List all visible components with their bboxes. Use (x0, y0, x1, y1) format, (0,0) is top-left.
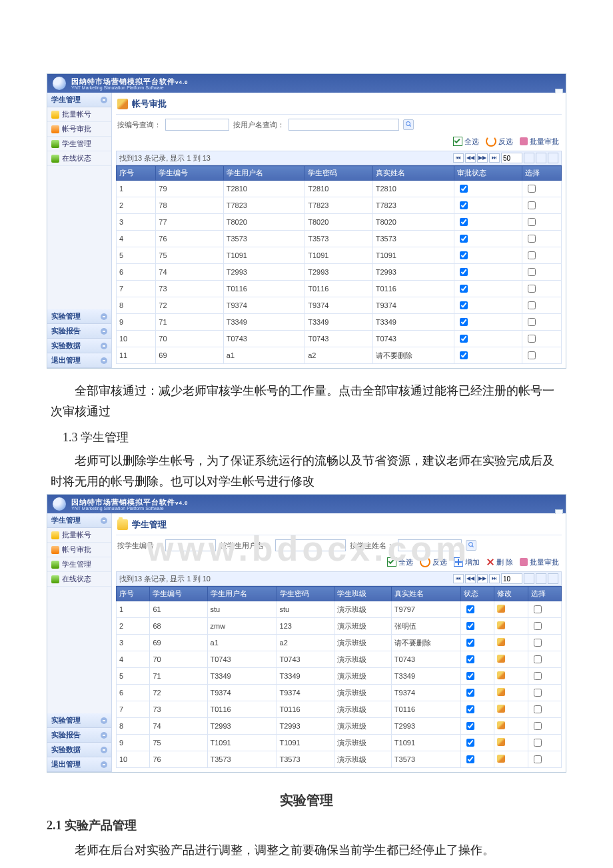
status-checkbox[interactable] (466, 655, 474, 663)
page-next-button[interactable]: ▶▶ (477, 574, 488, 583)
sidebar-item[interactable]: 批量帐号 (47, 107, 111, 122)
status-checkbox[interactable] (466, 755, 474, 763)
sidebar-group[interactable]: 实验数据 (47, 743, 111, 757)
expand-icon[interactable] (101, 717, 107, 724)
edit-icon[interactable] (497, 688, 505, 696)
sidebar-item[interactable]: 在线状态 (47, 151, 111, 166)
column-header[interactable]: 审批状态 (454, 166, 522, 181)
sidebar-item[interactable]: 帐号审批 (47, 543, 111, 557)
approved-checkbox[interactable] (460, 218, 468, 226)
edit-icon[interactable] (497, 721, 505, 729)
page-last-button[interactable]: ⏭ (489, 153, 500, 163)
status-checkbox[interactable] (466, 722, 474, 730)
page-go-icon[interactable] (524, 153, 534, 163)
select-row-checkbox[interactable] (534, 655, 542, 663)
approved-checkbox[interactable] (460, 285, 468, 293)
column-header[interactable]: 学生编号 (156, 166, 223, 181)
select-all-button[interactable]: 全选 (453, 137, 479, 147)
expand-icon[interactable] (101, 732, 107, 739)
select-row-checkbox[interactable] (528, 268, 536, 276)
status-checkbox[interactable] (466, 622, 474, 630)
select-row-checkbox[interactable] (528, 285, 536, 293)
select-all-button[interactable]: 全选 (387, 557, 413, 567)
search-id-input[interactable] (165, 119, 229, 131)
export-icon[interactable] (548, 153, 558, 163)
approved-checkbox[interactable] (460, 301, 468, 309)
sidebar-item[interactable]: 批量帐号 (47, 528, 111, 543)
page-prev-button[interactable]: ◀◀ (465, 153, 476, 163)
status-checkbox[interactable] (466, 689, 474, 697)
invert-selection-button[interactable]: 反选 (420, 557, 447, 567)
select-row-checkbox[interactable] (534, 689, 542, 697)
status-checkbox[interactable] (466, 639, 474, 647)
sidebar-group[interactable]: 退出管理 (47, 353, 111, 368)
page-first-button[interactable]: ⏮ (453, 153, 464, 163)
expand-icon[interactable] (101, 343, 107, 349)
sidebar-item[interactable]: 帐号审批 (47, 122, 111, 137)
expand-icon[interactable] (101, 328, 107, 335)
select-row-checkbox[interactable] (534, 705, 542, 713)
column-header[interactable]: 序号 (117, 166, 156, 181)
column-header[interactable]: 真实姓名 (372, 166, 454, 181)
invert-selection-button[interactable]: 反选 (486, 136, 513, 147)
print-icon[interactable] (536, 573, 546, 584)
edit-icon[interactable] (497, 605, 505, 613)
sidebar-group-student[interactable]: 学生管理 (47, 513, 111, 528)
select-row-checkbox[interactable] (534, 672, 542, 680)
edit-icon[interactable] (497, 705, 505, 713)
sidebar-group-student[interactable]: 学生管理 (47, 93, 111, 107)
approved-checkbox[interactable] (460, 185, 468, 193)
select-row-checkbox[interactable] (528, 301, 536, 309)
select-row-checkbox[interactable] (528, 251, 536, 259)
sidebar-group[interactable]: 实验管理 (47, 713, 111, 728)
select-row-checkbox[interactable] (534, 622, 542, 630)
select-row-checkbox[interactable] (528, 218, 536, 226)
search-icon[interactable] (466, 540, 476, 551)
sidebar-item[interactable]: 学生管理 (47, 137, 111, 151)
expand-icon[interactable] (101, 313, 107, 320)
approved-checkbox[interactable] (460, 351, 468, 359)
sidebar-group[interactable]: 实验管理 (47, 309, 111, 324)
column-header[interactable]: 学生用户名 (223, 166, 305, 181)
batch-approve-button[interactable]: 批量审批 (520, 557, 559, 567)
column-header[interactable]: 学生编号 (150, 587, 207, 601)
column-header[interactable]: 选择 (528, 587, 561, 601)
sidebar-item[interactable]: 学生管理 (47, 557, 111, 572)
select-row-checkbox[interactable] (534, 605, 542, 613)
select-row-checkbox[interactable] (528, 201, 536, 209)
batch-approve-button[interactable]: 批量审批 (520, 137, 559, 147)
column-header[interactable]: 学生用户名 (207, 587, 277, 601)
edit-icon[interactable] (497, 655, 505, 663)
export-icon[interactable] (548, 573, 558, 584)
sidebar-group[interactable]: 退出管理 (47, 757, 111, 772)
select-row-checkbox[interactable] (534, 739, 542, 747)
search-realname-input[interactable] (398, 539, 462, 551)
add-button[interactable]: 增加 (454, 557, 480, 567)
search-username-input[interactable] (289, 119, 399, 131)
approved-checkbox[interactable] (460, 335, 468, 343)
select-row-checkbox[interactable] (534, 639, 542, 647)
select-row-checkbox[interactable] (528, 351, 536, 359)
search-icon[interactable] (403, 119, 414, 130)
delete-button[interactable]: 删 除 (486, 557, 513, 567)
page-last-button[interactable]: ⏭ (489, 574, 500, 583)
approved-checkbox[interactable] (460, 318, 468, 326)
page-size-input[interactable] (501, 153, 522, 163)
select-row-checkbox[interactable] (528, 318, 536, 326)
edit-icon[interactable] (497, 638, 505, 646)
approved-checkbox[interactable] (460, 235, 468, 243)
search-username-input[interactable] (275, 539, 346, 551)
status-checkbox[interactable] (466, 672, 474, 680)
edit-icon[interactable] (497, 755, 505, 763)
page-prev-button[interactable]: ◀◀ (465, 574, 476, 583)
column-header[interactable]: 状态 (460, 587, 494, 601)
collapse-icon[interactable] (101, 97, 107, 103)
column-header[interactable]: 序号 (117, 587, 150, 601)
sidebar-group[interactable]: 实验数据 (47, 339, 111, 353)
expand-icon[interactable] (101, 747, 107, 753)
edit-icon[interactable] (497, 671, 505, 679)
column-header[interactable]: 学生班级 (334, 587, 391, 601)
approved-checkbox[interactable] (460, 251, 468, 259)
page-next-button[interactable]: ▶▶ (477, 153, 488, 163)
column-header[interactable]: 真实姓名 (391, 587, 460, 601)
